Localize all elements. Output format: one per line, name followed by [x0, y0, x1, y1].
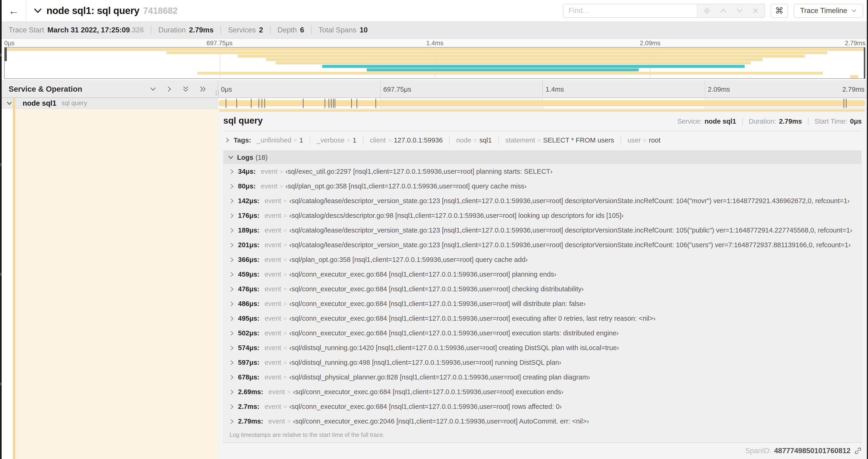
tag-item[interactable]: _unfinished=1	[253, 136, 310, 144]
log-row[interactable]: 201μs:event=‹sql/catalog/lease/descripto…	[223, 238, 862, 252]
log-timestamp: 2.69ms:	[238, 388, 263, 396]
span-duration-bar[interactable]	[219, 100, 865, 106]
log-equals: =	[283, 198, 287, 204]
tag-value: 1	[352, 136, 356, 144]
log-row[interactable]: 597μs:event=‹sql/distsql_running.go:498 …	[223, 355, 862, 370]
collapse-all-icon[interactable]	[182, 86, 189, 93]
window-edge-left	[0, 0, 2, 459]
tag-item[interactable]: _verbose=1	[310, 136, 363, 144]
log-field-key: event	[265, 241, 281, 249]
expand-all-icon[interactable]	[199, 86, 207, 93]
view-select-button[interactable]: Trace Timeline	[794, 4, 863, 18]
log-row[interactable]: 574μs:event=‹sql/distsql_running.go:1420…	[223, 340, 862, 355]
detail-meta-item: Start Time:0μs	[808, 118, 862, 125]
log-event-mark	[375, 99, 376, 108]
deep-link-icon[interactable]	[854, 447, 862, 455]
log-field-key: event	[265, 270, 281, 278]
tag-item[interactable]: client=127.0.0.1:59936	[363, 136, 449, 144]
log-expand-chevron-icon	[229, 213, 234, 219]
find-next-icon[interactable]	[736, 8, 743, 13]
log-event-mark	[335, 99, 335, 108]
span-collapse-chevron-icon[interactable]	[6, 101, 12, 106]
collapse-header-chevron-icon[interactable]	[34, 8, 42, 14]
stat-label: Duration	[158, 26, 186, 34]
log-timestamp: 574μs:	[238, 344, 259, 352]
keyboard-shortcuts-button[interactable]: ⌘	[771, 4, 788, 18]
log-field-key: event	[261, 168, 277, 175]
minimap-span-row	[5, 75, 865, 78]
minimap-span-bar	[266, 58, 763, 61]
find-clear-icon[interactable]	[752, 8, 758, 14]
log-row[interactable]: 476μs:event=‹sql/conn_executor_exec.go:6…	[223, 282, 862, 296]
stat-item: Total Spans10	[311, 26, 374, 35]
log-row[interactable]: 189μs:event=‹sql/catalog/lease/descripto…	[223, 223, 862, 238]
span-detail-title: sql query	[223, 116, 263, 126]
tag-item[interactable]: statement=SELECT * FROM users	[498, 136, 621, 144]
log-row[interactable]: 502μs:event=‹sql/conn_executor_exec.go:6…	[223, 326, 862, 340]
minimap-span-bar	[850, 75, 858, 78]
focus-target-icon[interactable]	[704, 7, 711, 14]
log-message: ‹sql/catalog/descs/descriptor.go:98 [nsq…	[289, 212, 623, 220]
expand-one-icon[interactable]	[167, 86, 172, 93]
log-row[interactable]: 495μs:event=‹sql/conn_executor_exec.go:6…	[223, 311, 862, 326]
collapse-controls	[150, 86, 207, 93]
timeline-column: 1.4ms	[542, 80, 705, 97]
span-row-timeline-cell[interactable]	[218, 98, 867, 108]
log-event-mark	[236, 99, 237, 108]
detail-meta-value: 2.79ms	[779, 118, 802, 125]
log-row[interactable]: 80μs:event=‹sql/plan_opt.go:358 [nsql1,c…	[223, 179, 862, 194]
find-input[interactable]	[563, 4, 697, 17]
log-event-mark	[351, 99, 352, 108]
log-event-mark	[226, 99, 226, 108]
log-field-key: event	[265, 197, 281, 205]
log-row[interactable]: 366μs:event=‹sql/plan_opt.go:358 [nsql1,…	[223, 252, 862, 267]
back-button[interactable]: ←	[2, 0, 26, 22]
log-row[interactable]: 34μs:event=‹sql/exec_util.go:2297 [nsql1…	[223, 164, 862, 179]
log-row[interactable]: 2.7ms:event=‹sql/conn_executor_exec.go:6…	[223, 399, 862, 414]
detail-meta-label: Service:	[677, 118, 702, 125]
window-edge-right	[867, 0, 868, 459]
divider	[223, 131, 862, 131]
log-row[interactable]: 142μs:event=‹sql/catalog/lease/descripto…	[223, 194, 862, 208]
log-row[interactable]: 2.69ms:event=‹sql/conn_executor_exec.go:…	[223, 385, 862, 399]
viewport-drag-handle-left[interactable]	[5, 47, 7, 61]
stat-value: 10	[360, 26, 368, 34]
tag-item[interactable]: node=sql1	[449, 136, 498, 144]
log-expand-chevron-icon	[229, 360, 234, 366]
log-timestamp: 201μs:	[238, 241, 259, 249]
minimap-span-bar	[238, 55, 805, 58]
span-id-row: SpanID: 4877749850101760812	[223, 447, 862, 455]
minimap-tick-label: 2.09ms	[640, 40, 660, 47]
span-detail-row: sql query Service:node sql1Duration:2.79…	[2, 109, 867, 459]
log-row[interactable]: 176μs:event=‹sql/catalog/descs/descripto…	[223, 208, 862, 223]
log-timestamp: 142μs:	[238, 197, 259, 205]
find-prev-icon[interactable]	[720, 8, 727, 13]
log-field-key: event	[265, 285, 281, 293]
trace-minimap: 0μs697.75μs1.4ms2.09ms2.79ms	[2, 39, 867, 80]
log-row[interactable]: 486μs:event=‹sql/conn_executor_exec.go:6…	[223, 296, 862, 311]
tags-row[interactable]: Tags: _unfinished=1_verbose=1client=127.…	[223, 136, 862, 144]
logs-header[interactable]: Logs (18)	[223, 151, 862, 164]
tag-key: _verbose	[317, 136, 344, 144]
minimap-span-row	[5, 51, 865, 55]
minimap-span-bar	[197, 72, 823, 75]
log-field-key: event	[265, 329, 281, 337]
log-expand-chevron-icon	[229, 374, 234, 381]
viewport-drag-handle-right[interactable]	[864, 47, 865, 78]
minimap-span-bar	[5, 48, 865, 51]
log-row[interactable]: 459μs:event=‹sql/conn_executor_exec.go:6…	[223, 267, 862, 282]
tag-item[interactable]: user=root	[621, 136, 667, 144]
log-message: ‹sql/exec_util.go:2297 [nsql1,client=127…	[285, 168, 553, 175]
service-operation-title: Service & Operation	[9, 85, 82, 94]
log-message: ‹sql/conn_executor_exec.go:684 [nsql1,cl…	[289, 329, 619, 337]
log-expand-chevron-icon	[229, 271, 234, 277]
logs-title: Logs	[237, 154, 253, 161]
span-row-name-cell[interactable]: node sql1 sql query	[2, 98, 218, 108]
minimap-canvas[interactable]	[4, 47, 865, 79]
span-detail-left-gutter	[2, 109, 218, 459]
log-timestamp: 189μs:	[238, 226, 259, 234]
span-detail-meta: Service:node sql1Duration:2.79msStart Ti…	[671, 118, 862, 125]
log-row[interactable]: 678μs:event=‹sql/distsql_physical_planne…	[223, 370, 862, 385]
collapse-one-icon[interactable]	[150, 87, 157, 92]
log-row[interactable]: 2.79ms:event=‹sql/conn_executor_exec.go:…	[223, 414, 862, 429]
